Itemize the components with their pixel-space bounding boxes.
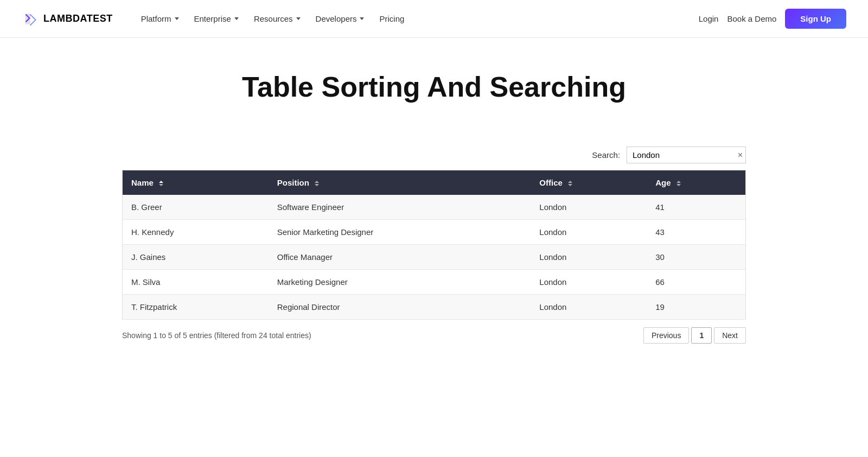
pagination: Previous 1 Next: [643, 327, 746, 344]
cell-age: 30: [647, 245, 745, 270]
table-row: B. GreerSoftware EngineerLondon41: [123, 195, 746, 220]
search-input-wrapper: ×: [627, 147, 746, 163]
cell-position: Office Manager: [269, 245, 531, 270]
sort-down-icon: [568, 184, 572, 186]
table-row: H. KennedySenior Marketing DesignerLondo…: [123, 220, 746, 245]
nav-right: Login Book a Demo Sign Up: [699, 9, 846, 29]
nav-link-platform[interactable]: Platform: [135, 10, 186, 28]
sort-up-icon: [315, 181, 319, 183]
page-title: Table Sorting And Searching: [22, 71, 846, 103]
sort-icon-office: [568, 181, 572, 186]
pagination-page-1-button[interactable]: 1: [691, 327, 712, 344]
cell-office: London: [531, 195, 647, 220]
nav-item-developers[interactable]: Developers: [309, 10, 371, 28]
col-header-name[interactable]: Name: [123, 170, 269, 195]
nav-item-pricing[interactable]: Pricing: [373, 10, 411, 28]
nav-link-resources[interactable]: Resources: [247, 10, 307, 28]
nav-link-developers[interactable]: Developers: [309, 10, 371, 28]
cell-age: 66: [647, 270, 745, 295]
nav-link-enterprise[interactable]: Enterprise: [188, 10, 245, 28]
sort-up-icon: [568, 181, 572, 183]
table-body: B. GreerSoftware EngineerLondon41H. Kenn…: [123, 195, 746, 320]
sort-down-icon: [315, 184, 319, 186]
navbar: LAMBDATEST Platform Enterprise Resources…: [0, 0, 868, 38]
cell-position: Marketing Designer: [269, 270, 531, 295]
cell-name: T. Fitzpatrick: [123, 295, 269, 320]
chevron-down-icon: [296, 17, 301, 20]
search-clear-button[interactable]: ×: [738, 151, 743, 160]
table-row: M. SilvaMarketing DesignerLondon66: [123, 270, 746, 295]
chevron-down-icon: [175, 17, 179, 20]
cell-office: London: [531, 220, 647, 245]
logo-text: LAMBDATEST: [43, 13, 113, 24]
pagination-previous-button[interactable]: Previous: [643, 327, 689, 344]
nav-item-enterprise[interactable]: Enterprise: [188, 10, 245, 28]
cell-name: J. Gaines: [123, 245, 269, 270]
logo-link[interactable]: LAMBDATEST: [22, 10, 113, 28]
nav-link-pricing[interactable]: Pricing: [373, 10, 411, 28]
sort-up-icon: [159, 181, 163, 183]
cell-office: London: [531, 270, 647, 295]
col-header-age[interactable]: Age: [647, 170, 745, 195]
cell-position: Senior Marketing Designer: [269, 220, 531, 245]
cell-name: H. Kennedy: [123, 220, 269, 245]
sort-down-icon: [159, 184, 163, 186]
table-header: Name Position Office: [123, 170, 746, 195]
sort-icon-name: [159, 181, 163, 186]
nav-links: Platform Enterprise Resources Developers: [135, 10, 411, 28]
table-row: J. GainesOffice ManagerLondon30: [123, 245, 746, 270]
nav-item-resources[interactable]: Resources: [247, 10, 307, 28]
data-table: Name Position Office: [122, 170, 746, 320]
sort-icon-position: [315, 181, 319, 186]
col-header-office[interactable]: Office: [531, 170, 647, 195]
sort-down-icon: [676, 184, 681, 186]
col-header-position[interactable]: Position: [269, 170, 531, 195]
cell-age: 19: [647, 295, 745, 320]
search-label: Search:: [592, 150, 620, 160]
login-link[interactable]: Login: [699, 14, 719, 23]
sort-up-icon: [676, 181, 681, 183]
signup-button[interactable]: Sign Up: [785, 9, 846, 29]
chevron-down-icon: [360, 17, 364, 20]
table-footer: Showing 1 to 5 of 5 entries (filtered fr…: [122, 320, 746, 351]
search-input[interactable]: [627, 147, 746, 163]
table-row: T. FitzpatrickRegional DirectorLondon19: [123, 295, 746, 320]
cell-position: Regional Director: [269, 295, 531, 320]
cell-age: 41: [647, 195, 745, 220]
cell-office: London: [531, 295, 647, 320]
cell-position: Software Engineer: [269, 195, 531, 220]
main-content: Table Sorting And Searching Search: × Na…: [0, 38, 868, 373]
logo-icon: [22, 10, 39, 28]
table-section: Search: × Name Position: [122, 147, 746, 351]
cell-office: London: [531, 245, 647, 270]
cell-name: B. Greer: [123, 195, 269, 220]
search-row: Search: ×: [122, 147, 746, 163]
sort-icon-age: [676, 181, 681, 186]
footer-info: Showing 1 to 5 of 5 entries (filtered fr…: [122, 331, 311, 340]
pagination-next-button[interactable]: Next: [714, 327, 746, 344]
book-demo-link[interactable]: Book a Demo: [727, 14, 776, 23]
chevron-down-icon: [234, 17, 239, 20]
cell-age: 43: [647, 220, 745, 245]
nav-item-platform[interactable]: Platform: [135, 10, 186, 28]
cell-name: M. Silva: [123, 270, 269, 295]
